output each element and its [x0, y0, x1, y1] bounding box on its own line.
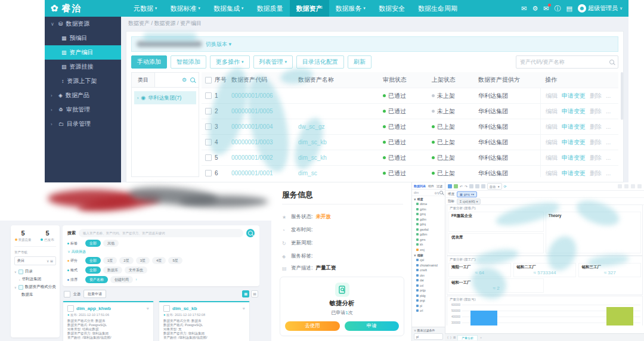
- next-tab-icon[interactable]: ⟩: [450, 336, 451, 339]
- add-tab-icon[interactable]: ＋: [479, 336, 482, 339]
- dimension-field[interactable]: xmj: [412, 247, 445, 253]
- dashboard-tab[interactable]: 产量分析: [457, 335, 478, 340]
- filter-pill[interactable]: 资产名称: [85, 276, 108, 283]
- dimension-field[interactable]: gwzbd: [412, 227, 445, 232]
- user-menu[interactable]: ☻ 超级管理员 ∨: [578, 4, 623, 13]
- chart-type-icon[interactable]: [454, 184, 458, 188]
- smart-add-button[interactable]: 智能添加: [171, 55, 206, 69]
- request-change-link[interactable]: 申请变更: [562, 169, 586, 178]
- dimension-field[interactable]: kh: [412, 242, 445, 247]
- asset-name-link[interactable]: dw_sc_gz: [298, 123, 383, 130]
- prev-tab-icon[interactable]: ⟨: [447, 336, 448, 339]
- tab-list-icon[interactable]: ⊞: [453, 336, 456, 339]
- edit-link[interactable]: 编辑: [546, 154, 558, 162]
- metric-field[interactable]: crl: [412, 308, 445, 314]
- nav-item-metadata[interactable]: 元数据▾: [127, 0, 164, 17]
- advanced-filter-toggle[interactable]: ∨ 高级筛选: [67, 249, 255, 255]
- sidebar-item-asset-catalog[interactable]: ▥资产编目: [45, 45, 121, 60]
- sidebar-item-data-resources[interactable]: ∨⛁数据资源: [45, 17, 121, 31]
- nav-item-standard[interactable]: 数据标准▾: [164, 0, 208, 17]
- kpi-card[interactable]: 海阳一工厂≈ 64: [448, 263, 511, 277]
- metric-field[interactable]: pldg: [412, 293, 445, 299]
- filter-pill[interactable]: 其他: [103, 240, 119, 247]
- filter-pill[interactable]: 全部: [85, 266, 101, 274]
- filter-pill[interactable]: 2星: [119, 257, 133, 264]
- sidebar-item-pre-catalog[interactable]: ▦预编目: [45, 31, 121, 45]
- delete-link[interactable]: 删除: [590, 123, 602, 131]
- nav-item-security[interactable]: 数据安全: [372, 0, 411, 17]
- gear-icon[interactable]: ⚙: [532, 5, 538, 12]
- dimension-field[interactable]: dtime: [412, 202, 445, 207]
- request-change-link[interactable]: 申请变更: [562, 138, 586, 147]
- save-icon[interactable]: [637, 184, 642, 188]
- filter-pill[interactable]: 4星: [152, 257, 166, 264]
- search-button[interactable]: [246, 229, 255, 237]
- filter-pill[interactable]: 5星: [168, 257, 182, 264]
- kpi-card[interactable]: 铭和三工厂≈ 327: [578, 263, 641, 277]
- message-icon[interactable]: ✉: [543, 5, 549, 12]
- row-checkbox[interactable]: [205, 154, 212, 161]
- field-search-input[interactable]: dim: [414, 191, 419, 194]
- kpi-card[interactable]: 优衣库: [448, 233, 544, 253]
- metric-field[interactable]: ckn: [412, 273, 445, 278]
- row-checkbox[interactable]: [205, 108, 212, 114]
- manual-add-button[interactable]: 手动添加: [131, 55, 167, 69]
- sidebar-item-resource-link[interactable]: ▧资源挂接: [45, 60, 121, 74]
- dimension-field[interactable]: gzrq: [412, 212, 445, 217]
- kpi-card[interactable]: Theory: [546, 212, 641, 253]
- bi-tab-data-list[interactable]: 数据列表: [414, 184, 426, 188]
- delete-link[interactable]: 删除: [590, 169, 602, 178]
- grid-view-icon[interactable]: ▦: [242, 290, 249, 297]
- go-use-button[interactable]: 去使用: [285, 321, 340, 331]
- filter-pill[interactable]: 全部: [85, 240, 101, 247]
- tree-item-format[interactable]: ∨数据资产格式分类: [11, 282, 60, 290]
- row-checkbox[interactable]: [205, 92, 212, 99]
- mail-icon[interactable]: ✉: [521, 5, 527, 12]
- filter-pill[interactable]: 文件系统: [125, 266, 147, 274]
- chart-filter-title[interactable]: ∨ 图表过滤条件: [414, 328, 443, 332]
- metric-field[interactable]: prtjp: [412, 288, 445, 293]
- more-link[interactable]: ...: [606, 139, 611, 145]
- filter-pill[interactable]: 3星: [136, 257, 150, 264]
- request-change-link[interactable]: 申请变更: [562, 154, 586, 162]
- filter-pill[interactable]: 1星: [103, 257, 117, 264]
- nav-item-assets[interactable]: 数据资产: [290, 0, 329, 17]
- field-tools-icons[interactable]: ⚙⇅: [434, 191, 443, 195]
- edit-link[interactable]: 编辑: [546, 138, 558, 147]
- table-type-icon[interactable]: [448, 184, 452, 188]
- more-link[interactable]: ...: [606, 108, 611, 114]
- filter-pill[interactable]: 数据库: [103, 266, 122, 274]
- delete-link[interactable]: 删除: [590, 154, 602, 162]
- more-actions-button[interactable]: 更多操作▾: [210, 55, 250, 69]
- catalog-activation-button[interactable]: 目录活化配置: [296, 55, 344, 69]
- sidebar-item-directory[interactable]: ›🗀目录管理: [45, 117, 121, 131]
- select-all-checkbox[interactable]: [205, 77, 212, 83]
- metric-section[interactable]: ∨指标: [412, 252, 445, 258]
- gear-icon[interactable]: ⚙: [182, 77, 187, 83]
- card-checkbox[interactable]: [163, 305, 170, 312]
- delete-link[interactable]: 删除: [590, 138, 602, 147]
- layout-icon[interactable]: [475, 184, 479, 188]
- edit-link[interactable]: 编辑: [546, 92, 558, 100]
- redo-icon[interactable]: ↷: [465, 184, 467, 188]
- asset-card[interactable]: dim_sc_kb♥ ● 发布: 2021-12-10 17:52:08 数据资…: [159, 301, 250, 341]
- filter-pill[interactable]: 全部: [85, 257, 101, 264]
- asset-code-link[interactable]: 00000001/0002: [231, 154, 298, 161]
- info-icon[interactable]: ⓘ: [554, 5, 561, 12]
- chart-filter-input[interactable]: pl: [414, 333, 443, 340]
- row-checkbox[interactable]: [205, 139, 212, 145]
- delete-link[interactable]: 删除: [590, 107, 602, 116]
- dimension-field[interactable]: gzrs: [412, 237, 445, 243]
- asset-name-link[interactable]: dim_sc_kb: [298, 139, 383, 145]
- refresh-button[interactable]: 刷新: [348, 55, 371, 69]
- batch-apply-button[interactable]: 批量申请: [83, 290, 106, 298]
- sort-asc-icon[interactable]: ↑: [135, 278, 137, 281]
- favorite-icon[interactable]: ♥: [243, 306, 245, 311]
- asset-name-link[interactable]: dim_sc: [298, 170, 383, 176]
- favorite-icon[interactable]: ♥: [147, 306, 149, 311]
- asset-code-link[interactable]: 00000001/0005: [231, 108, 298, 114]
- dimension-field[interactable]: gdlm: [412, 217, 445, 222]
- delete-link[interactable]: 删除: [590, 92, 602, 100]
- edit-link[interactable]: 编辑: [546, 169, 558, 178]
- request-change-link[interactable]: 申请变更: [562, 123, 586, 131]
